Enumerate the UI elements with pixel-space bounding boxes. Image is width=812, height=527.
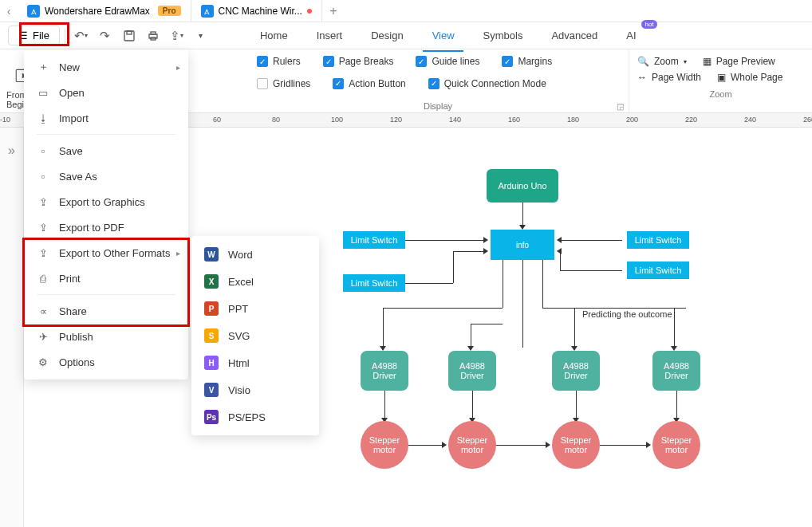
chk-rulers[interactable]: Rulers (257, 56, 301, 67)
page-width-icon: ↔ (637, 72, 647, 83)
expand-sidebar-icon[interactable]: » (8, 144, 15, 158)
left-sidebar: » (0, 128, 24, 527)
tab-advanced[interactable]: Advanced (537, 25, 612, 46)
excel-icon: X (204, 274, 219, 289)
zoom-button[interactable]: 🔍Zoom▾ (637, 56, 687, 67)
unsaved-dot (307, 9, 312, 14)
main-toolbar: ☰ File ↶▾ ↷ ⇪▾ ▾ Home Insert Design View… (0, 22, 812, 49)
fm-open[interactable]: ▭Open (24, 80, 188, 105)
file-menu: ＋New▸ ▭Open ⭳Import ▫Save ▫Save As ⇪Expo… (24, 49, 188, 380)
node-driver-4[interactable]: A4988 Driver (652, 351, 700, 391)
save-button[interactable] (118, 25, 140, 47)
tab-view[interactable]: View (418, 25, 469, 46)
svg-rect-3 (151, 32, 156, 34)
fm-import[interactable]: ⭳Import (24, 105, 188, 131)
sm-ppt[interactable]: PPPT (191, 295, 319, 322)
page-width-button[interactable]: ↔Page Width (637, 72, 701, 83)
import-icon: ⭳ (37, 112, 49, 124)
node-driver-2[interactable]: A4988 Driver (448, 351, 496, 391)
sm-word[interactable]: WWord (191, 241, 319, 268)
chevron-right-icon: ▸ (176, 249, 180, 258)
tab-insert[interactable]: Insert (302, 25, 357, 46)
chk-quickconn[interactable]: Quick Connection Mode (428, 78, 546, 89)
doc-tab[interactable]: ⟑ CNC Machine Wir... (191, 0, 322, 22)
print-button[interactable] (142, 25, 164, 47)
app-name: Wondershare EdrawMax (45, 6, 150, 17)
node-limit-4[interactable]: Limit Switch (627, 262, 689, 279)
zoom-icon: 🔍 (637, 56, 649, 67)
fm-new[interactable]: ＋New▸ (24, 54, 188, 80)
sm-pseps[interactable]: PsPS/EPS (191, 403, 319, 431)
ribbon-group-zoom: 🔍Zoom▾ ▦Page Preview ↔Page Width ▣Whole … (629, 49, 812, 112)
whole-page-button[interactable]: ▣Whole Page (717, 72, 782, 83)
node-limit-1[interactable]: Limit Switch (343, 231, 405, 249)
fm-print[interactable]: ⎙Print (24, 265, 188, 291)
export-other-icon: ⇪ (37, 246, 49, 259)
node-stepper-2[interactable]: Stepper motor (448, 421, 496, 469)
zoom-group-label: Zoom (637, 89, 804, 99)
chk-guidelines[interactable]: Guide lines (416, 56, 479, 67)
chk-margins[interactable]: Margins (502, 56, 552, 67)
display-group-label: Display (257, 101, 619, 111)
ribbon-group-display: Rulers Page Breaks Guide lines Margins G… (247, 49, 629, 112)
sm-visio[interactable]: VVisio (191, 376, 319, 403)
export-button[interactable]: ⇪▾ (166, 25, 188, 47)
svg-icon: S (204, 328, 219, 343)
node-arduino[interactable]: Arduino Uno (487, 169, 558, 203)
page-preview-icon: ▦ (703, 56, 711, 67)
node-stepper-4[interactable]: Stepper motor (652, 421, 700, 469)
hamburger-icon: ☰ (18, 29, 28, 41)
chk-pagebreaks[interactable]: Page Breaks (323, 56, 394, 67)
file-button[interactable]: ☰ File (8, 26, 60, 45)
display-group-launcher[interactable]: ◲ (617, 102, 624, 111)
fm-export-graphics[interactable]: ⇪Export to Graphics (24, 189, 188, 214)
node-driver-1[interactable]: A4988 Driver (361, 351, 408, 391)
fm-save[interactable]: ▫Save (24, 138, 188, 163)
chk-gridlines[interactable]: Gridlines (257, 78, 310, 89)
chevron-right-icon: ▸ (176, 63, 180, 72)
page-preview-button[interactable]: ▦Page Preview (703, 56, 775, 67)
fm-options[interactable]: ⚙Options (24, 349, 188, 375)
whole-page-icon: ▣ (717, 72, 726, 83)
node-limit-2[interactable]: Limit Switch (343, 274, 405, 292)
doc-tab-label: CNC Machine Wir... (219, 6, 302, 17)
more-button[interactable]: ▾ (190, 25, 212, 47)
undo-button[interactable]: ↶▾ (70, 25, 93, 47)
share-icon: ∝ (37, 305, 49, 317)
svg-rect-1 (127, 31, 132, 34)
node-driver-3[interactable]: A4988 Driver (552, 351, 600, 391)
node-info[interactable]: info (491, 230, 554, 260)
ps-icon: Ps (204, 410, 219, 424)
tab-symbols[interactable]: Symbols (469, 25, 538, 46)
ppt-icon: P (204, 301, 219, 316)
redo-button[interactable]: ↷ (94, 25, 116, 47)
fm-export-pdf[interactable]: ⇪Export to PDF (24, 214, 188, 240)
fm-export-other[interactable]: ⇪Export to Other Formats▸ (24, 240, 188, 265)
tab-home[interactable]: Home (246, 25, 302, 46)
node-stepper-1[interactable]: Stepper motor (361, 421, 408, 469)
word-icon: W (204, 247, 219, 262)
svg-rect-0 (124, 31, 134, 41)
pro-badge: Pro (158, 6, 181, 16)
fm-share[interactable]: ∝Share (24, 298, 188, 324)
chk-actionbtn[interactable]: Action Button (333, 78, 405, 89)
sm-html[interactable]: HHtml (191, 349, 319, 376)
saveas-icon: ▫ (37, 170, 49, 183)
gear-icon: ⚙ (37, 356, 49, 368)
fm-publish[interactable]: ✈Publish (24, 324, 188, 349)
node-limit-3[interactable]: Limit Switch (627, 231, 689, 249)
menu-tabs: Home Insert Design View Symbols Advanced… (246, 25, 651, 46)
sm-svg[interactable]: SSVG (191, 322, 319, 349)
fm-saveas[interactable]: ▫Save As (24, 163, 188, 189)
html-icon: H (204, 356, 219, 370)
sm-excel[interactable]: XExcel (191, 268, 319, 295)
export-submenu: WWord XExcel PPPT SSVG HHtml VVisio PsPS… (191, 236, 319, 435)
nav-back[interactable]: ‹ (0, 5, 18, 18)
tab-design[interactable]: Design (357, 25, 417, 46)
new-tab-button[interactable]: + (322, 4, 345, 18)
export-graphics-icon: ⇪ (37, 195, 49, 208)
tab-ai[interactable]: AIhot (612, 25, 650, 46)
node-stepper-3[interactable]: Stepper motor (552, 421, 600, 469)
app-tab[interactable]: ⟑ Wondershare EdrawMax Pro (18, 0, 191, 22)
visio-icon: V (204, 383, 219, 397)
